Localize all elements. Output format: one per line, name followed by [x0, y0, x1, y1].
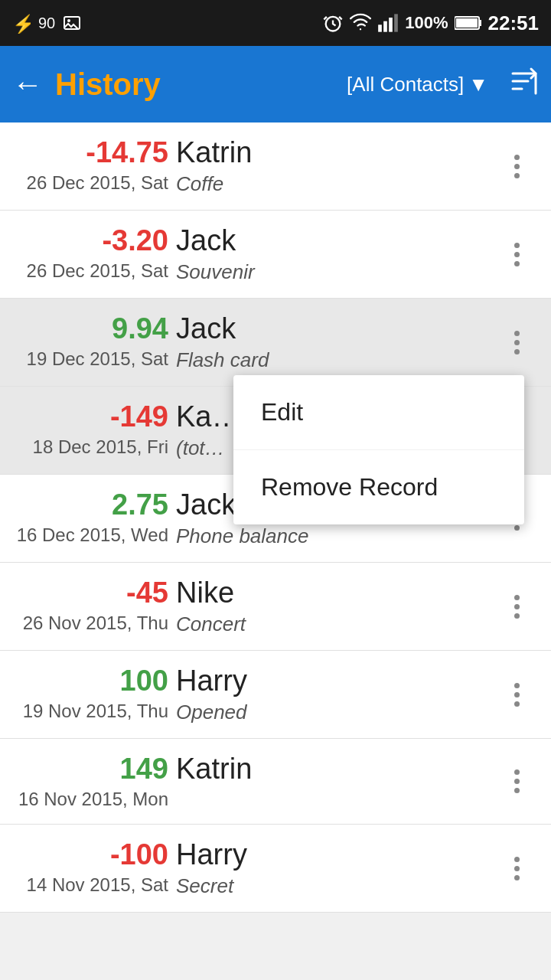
item-name: Jack — [176, 224, 497, 257]
item-right-7: Katrin — [168, 753, 497, 786]
history-item[interactable]: 149 16 Nov 2015, Mon Katrin — [0, 739, 551, 825]
alarm-icon — [322, 12, 344, 34]
svg-rect-6 — [389, 18, 393, 32]
battery-percent-icon: 90 — [38, 15, 55, 32]
wifi-icon — [350, 12, 371, 34]
item-date: 19 Dec 2015, Sat — [27, 348, 168, 370]
item-amount: -45 — [126, 577, 168, 609]
battery-icon — [455, 15, 482, 31]
signal-icon — [377, 12, 399, 34]
svg-rect-5 — [383, 21, 387, 32]
filter-dropdown[interactable]: [All Contacts] ▼ — [347, 73, 493, 96]
more-icon — [514, 683, 520, 707]
item-name: Jack — [176, 312, 497, 345]
chevron-down-icon: ▼ — [468, 73, 488, 96]
item-right-6: Harry Opened — [168, 665, 497, 724]
item-left-8: -100 14 Nov 2015, Sat — [15, 838, 168, 896]
item-description: Coffe — [176, 172, 497, 196]
more-icon — [514, 769, 520, 793]
more-icon — [514, 243, 520, 266]
history-item[interactable]: 100 19 Nov 2015, Thu Harry Opened — [0, 651, 551, 739]
item-menu-button[interactable] — [497, 155, 536, 178]
item-date: 26 Dec 2015, Sat — [27, 172, 168, 194]
svg-point-2 — [67, 19, 70, 22]
item-date: 26 Dec 2015, Sat — [27, 260, 168, 282]
sort-icon — [508, 66, 539, 96]
history-item[interactable]: -14.75 26 Dec 2015, Sat Katrin Coffe — [0, 122, 551, 211]
sort-button[interactable] — [508, 66, 539, 103]
item-date: 16 Nov 2015, Mon — [18, 789, 168, 810]
item-menu-button[interactable] — [497, 331, 536, 354]
item-amount: 100 — [120, 665, 168, 697]
battery-text: 100% — [405, 13, 448, 33]
context-menu-item-edit[interactable]: Edit — [233, 375, 524, 450]
page-title: History — [55, 67, 347, 102]
item-amount: -14.75 — [86, 136, 168, 169]
item-left-6: 100 19 Nov 2015, Thu — [15, 665, 168, 722]
back-button[interactable]: ← — [12, 67, 43, 102]
item-left-1: -3.20 26 Dec 2015, Sat — [15, 224, 168, 282]
item-name: Katrin — [176, 136, 497, 169]
svg-text:⚡: ⚡ — [12, 13, 31, 34]
status-left-icons: ⚡ 90 — [12, 12, 81, 34]
item-menu-button[interactable] — [497, 595, 536, 619]
item-menu-button[interactable] — [497, 769, 536, 793]
svg-rect-9 — [479, 20, 481, 26]
item-left-2: 9.94 19 Dec 2015, Sat — [15, 312, 168, 370]
item-name: Nike — [176, 577, 497, 609]
history-item[interactable]: -45 26 Nov 2015, Thu Nike Concert — [0, 563, 551, 651]
item-left-7: 149 16 Nov 2015, Mon — [15, 753, 168, 810]
item-description: Flash card — [176, 348, 497, 372]
item-menu-button[interactable] — [497, 243, 536, 266]
item-description: Souvenir — [176, 260, 497, 284]
item-description: Secret — [176, 874, 497, 898]
history-item[interactable]: 9.94 19 Dec 2015, Sat Jack Flash card — [0, 299, 551, 387]
filter-label: [All Contacts] — [347, 73, 464, 96]
item-right-5: Nike Concert — [168, 577, 497, 636]
svg-rect-4 — [378, 24, 382, 31]
item-name: Harry — [176, 838, 497, 871]
image-icon — [63, 14, 81, 32]
item-right-2: Jack Flash card — [168, 312, 497, 372]
item-amount: 9.94 — [112, 312, 168, 345]
item-left-5: -45 26 Nov 2015, Thu — [15, 577, 168, 634]
history-item[interactable]: -100 14 Nov 2015, Sat Harry Secret — [0, 825, 551, 913]
item-right-0: Katrin Coffe — [168, 136, 497, 196]
usb-icon: ⚡ — [12, 12, 31, 34]
item-right-1: Jack Souvenir — [168, 224, 497, 284]
item-name: Katrin — [176, 753, 497, 786]
item-left-0: -14.75 26 Dec 2015, Sat — [15, 136, 168, 194]
item-description: Opened — [176, 701, 497, 724]
more-icon — [514, 595, 520, 619]
context-menu: EditRemove Record — [233, 375, 524, 524]
item-date: 16 Dec 2015, Wed — [17, 524, 168, 546]
item-left-3: -149 18 Dec 2015, Fri — [15, 400, 168, 458]
item-amount: 149 — [120, 753, 168, 786]
item-description: Concert — [176, 612, 497, 636]
item-menu-button[interactable] — [497, 683, 536, 707]
item-name: Harry — [176, 665, 497, 697]
item-date: 18 Dec 2015, Fri — [33, 436, 168, 458]
item-date: 26 Nov 2015, Thu — [23, 612, 168, 634]
item-date: 19 Nov 2015, Thu — [23, 701, 168, 722]
item-amount: -100 — [110, 838, 168, 871]
more-icon — [514, 155, 520, 178]
item-amount: -3.20 — [102, 224, 168, 257]
item-left-4: 2.75 16 Dec 2015, Wed — [15, 488, 168, 546]
app-bar: ← History [All Contacts] ▼ — [0, 46, 551, 122]
more-icon — [514, 331, 520, 354]
item-right-8: Harry Secret — [168, 838, 497, 898]
svg-rect-7 — [394, 14, 398, 31]
status-bar: ⚡ 90 100% 22:51 — [0, 0, 551, 46]
more-icon — [514, 857, 520, 880]
clock: 22:51 — [488, 11, 540, 35]
item-amount: 2.75 — [112, 488, 168, 521]
item-amount: -149 — [110, 400, 168, 433]
history-item[interactable]: -3.20 26 Dec 2015, Sat Jack Souvenir — [0, 211, 551, 299]
context-menu-item-remove[interactable]: Remove Record — [233, 450, 524, 524]
status-right-info: 100% 22:51 — [322, 11, 539, 35]
item-menu-button[interactable] — [497, 857, 536, 880]
item-description: Phone balance — [176, 524, 497, 548]
svg-rect-10 — [456, 18, 478, 28]
item-date: 14 Nov 2015, Sat — [27, 874, 168, 896]
